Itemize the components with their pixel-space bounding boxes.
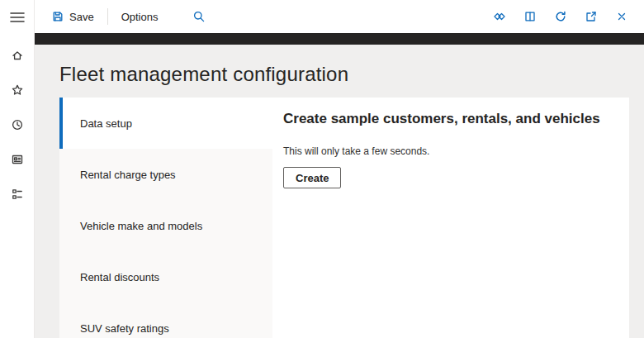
- vertical-tab-list: Data setup Rental charge types Vehicle m…: [59, 98, 272, 338]
- left-nav-sidebar: [0, 0, 35, 338]
- page-title: Fleet management configuration: [59, 63, 348, 86]
- topbar-right-actions: [487, 5, 634, 28]
- tab-vehicle-make-and-models[interactable]: Vehicle make and models: [59, 200, 272, 251]
- modules-button[interactable]: [7, 183, 28, 205]
- menu-button[interactable]: [7, 7, 28, 28]
- home-icon: [11, 49, 24, 62]
- create-button[interactable]: Create: [283, 167, 341, 188]
- tab-content-pane: Create sample customers, rentals, and ve…: [272, 98, 629, 338]
- diamonds-icon: [492, 11, 507, 22]
- refresh-icon: [554, 10, 567, 23]
- hamburger-icon: [10, 12, 25, 23]
- modules-icon: [11, 188, 24, 201]
- workspace-button[interactable]: [7, 149, 28, 170]
- refresh-button[interactable]: [548, 5, 573, 28]
- toolbar-divider: [107, 8, 108, 25]
- star-icon: [11, 83, 24, 97]
- close-button[interactable]: [609, 5, 634, 28]
- tab-rental-charge-types[interactable]: Rental charge types: [59, 149, 272, 200]
- tab-data-setup[interactable]: Data setup: [59, 98, 272, 149]
- open-new-window-icon: [585, 10, 598, 23]
- save-label: Save: [69, 11, 94, 23]
- search-icon: [192, 10, 206, 23]
- search-button[interactable]: [186, 7, 212, 26]
- save-button[interactable]: Save: [45, 7, 101, 26]
- tab-suv-safety-ratings[interactable]: SUV safety ratings: [59, 302, 272, 338]
- favorites-button[interactable]: [7, 79, 28, 101]
- configuration-panel: Data setup Rental charge types Vehicle m…: [59, 98, 629, 338]
- close-icon: [616, 11, 627, 22]
- pane-heading: Create sample customers, rentals, and ve…: [283, 111, 613, 127]
- pane-description: This will only take a few seconds.: [283, 145, 613, 157]
- home-button[interactable]: [7, 45, 28, 66]
- page-content: Fleet management configuration Data setu…: [35, 45, 644, 338]
- clock-icon: [11, 118, 24, 131]
- options-button[interactable]: Options: [115, 7, 165, 26]
- open-new-window-button[interactable]: [579, 5, 604, 28]
- app-window: Save Options: [0, 0, 644, 338]
- tab-rental-discounts[interactable]: Rental discounts: [59, 251, 272, 302]
- workspace-icon: [11, 153, 24, 166]
- command-bar: Save Options: [35, 0, 644, 33]
- app-bar-band: [35, 33, 644, 45]
- recent-button[interactable]: [7, 114, 28, 136]
- book-button[interactable]: [518, 5, 542, 28]
- options-label: Options: [121, 11, 159, 23]
- diamonds-button[interactable]: [487, 5, 512, 28]
- book-icon: [523, 10, 537, 23]
- save-icon: [51, 10, 64, 23]
